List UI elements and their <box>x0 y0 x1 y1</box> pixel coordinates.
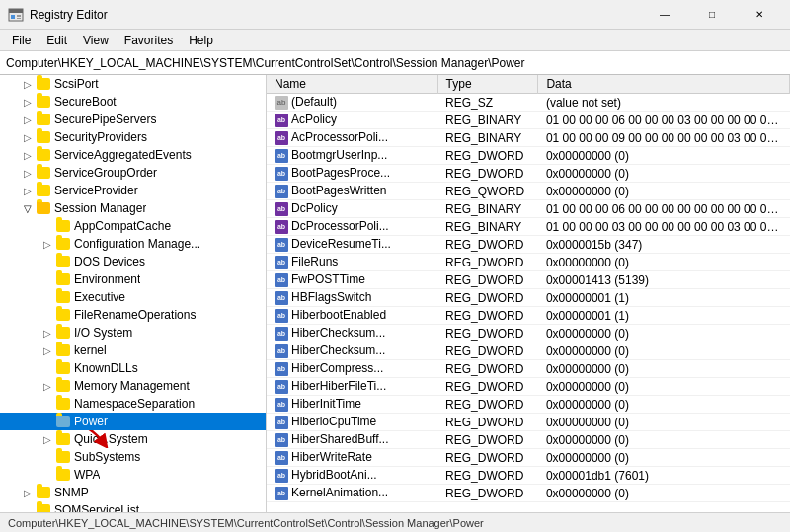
tree-item-executive[interactable]: Executive <box>0 288 266 306</box>
table-row[interactable]: abDcPolicyREG_BINARY01 00 00 00 06 00 00… <box>267 200 790 218</box>
menu-file[interactable]: File <box>4 32 39 49</box>
menu-view[interactable]: View <box>75 32 117 49</box>
minimize-button[interactable]: — <box>642 0 687 30</box>
tree-item-power[interactable]: Power <box>0 413 266 430</box>
reg-type-cell: REG_DWORD <box>437 360 538 378</box>
reg-name-cell: abDeviceResumeTi... <box>267 236 437 254</box>
table-row[interactable]: abAcProcessorPoli...REG_BINARY01 00 00 0… <box>267 129 790 147</box>
tree-label-kernel: kernel <box>74 343 107 357</box>
tree-item-servicegrouporder[interactable]: ▷ ServiceGroupOrder <box>0 164 266 182</box>
folder-icon-cm <box>55 238 71 250</box>
folder-icon-exec <box>55 291 71 303</box>
tree-item-snmp[interactable]: ▷ SNMP <box>0 484 266 501</box>
tree-item-scsiport[interactable]: ▷ ScsiPort <box>0 75 266 93</box>
registry-icon <box>8 7 24 23</box>
tree-item-secureboot[interactable]: ▷ SecureBoot <box>0 93 266 111</box>
table-row[interactable]: abDeviceResumeTi...REG_DWORD0x0000015b (… <box>267 236 790 254</box>
tree-item-kernel[interactable]: ▷ kernel <box>0 342 266 359</box>
reg-name-cell: abHiberWriteRate <box>267 449 437 467</box>
expand-icon-sae: ▷ <box>20 150 36 161</box>
folder-icon-scsiport <box>36 78 51 90</box>
reg-data-cell: 0x00000000 (0) <box>538 254 790 271</box>
table-row[interactable]: abHiberInitTimeREG_DWORD0x00000000 (0) <box>267 396 790 414</box>
tree-scroll[interactable]: ▷ ScsiPort ▷ SecureBoot ▷ SecurePipeServ… <box>0 75 266 512</box>
table-row[interactable]: abBootmgrUserInp...REG_DWORD0x00000000 (… <box>267 147 790 165</box>
tree-item-serviceprovider[interactable]: ▷ ServiceProvider <box>0 182 266 199</box>
tree-label-power: Power <box>74 415 108 428</box>
tree-item-appcompatcache[interactable]: AppCompatCache <box>0 217 266 235</box>
col-header-data[interactable]: Data <box>538 75 790 94</box>
tree-item-iosystem[interactable]: ▷ I/O System <box>0 324 266 342</box>
reg-type-cell: REG_DWORD <box>437 307 538 325</box>
status-bar: Computer\HKEY_LOCAL_MACHINE\SYSTEM\Curre… <box>0 512 790 532</box>
table-row[interactable]: abHiberWriteRateREG_DWORD0x00000000 (0) <box>267 449 790 467</box>
table-row[interactable]: abKernelAnimation...REG_DWORD0x00000000 … <box>267 485 790 502</box>
table-row[interactable]: abBootPagesProce...REG_DWORD0x00000000 (… <box>267 165 790 183</box>
tree-item-namespaceseparation[interactable]: NamespaceSeparation <box>0 395 266 413</box>
table-row[interactable]: abHBFlagsSwitchREG_DWORD0x00000001 (1) <box>267 289 790 307</box>
table-row[interactable]: ab(Default)REG_SZ(value not set) <box>267 94 790 112</box>
tree-item-sqmservicelist[interactable]: SQMServiceList <box>0 501 266 512</box>
expand-icon-sp: ▷ <box>20 186 36 196</box>
maximize-button[interactable]: □ <box>689 0 735 30</box>
folder-icon-sp <box>36 185 51 196</box>
reg-type-cell: REG_DWORD <box>437 325 538 342</box>
reg-data-cell: 0x00000000 (0) <box>538 360 790 378</box>
tree-item-fro[interactable]: FileRenameOperations <box>0 306 266 324</box>
reg-type-cell: REG_QWORD <box>437 183 538 200</box>
tree-label-sm: Session Manager <box>54 201 146 215</box>
tree-item-quicksystem[interactable]: ▷ Quic...System <box>0 430 266 448</box>
menu-favorites[interactable]: Favorites <box>117 32 181 49</box>
table-row[interactable]: abFileRunsREG_DWORD0x00000000 (0) <box>267 254 790 271</box>
reg-name-cell: abAcPolicy <box>267 112 437 129</box>
table-row[interactable]: abHiberChecksum...REG_DWORD0x00000000 (0… <box>267 342 790 360</box>
menu-edit[interactable]: Edit <box>39 32 75 49</box>
menu-help[interactable]: Help <box>181 32 221 49</box>
reg-type-cell: REG_DWORD <box>437 449 538 467</box>
tree-item-environment[interactable]: Environment <box>0 270 266 288</box>
table-row[interactable]: abBootPagesWrittenREG_QWORD0x00000000 (0… <box>267 183 790 200</box>
table-row[interactable]: abHiberSharedBuff...REG_DWORD0x00000000 … <box>267 431 790 449</box>
table-row[interactable]: abHiberChecksum...REG_DWORD0x00000000 (0… <box>267 325 790 342</box>
tree-label-sgo: ServiceGroupOrder <box>54 166 157 180</box>
tree-label-scsiport: ScsiPort <box>54 77 99 91</box>
tree-label-exec: Executive <box>74 290 125 304</box>
table-row[interactable]: abHiberbootEnabledREG_DWORD0x00000001 (1… <box>267 307 790 325</box>
table-row[interactable]: abAcPolicyREG_BINARY01 00 00 00 06 00 00… <box>267 112 790 129</box>
col-header-type[interactable]: Type <box>437 75 538 94</box>
tree-item-securityproviders[interactable]: ▷ SecurityProviders <box>0 128 266 146</box>
folder-icon-env <box>55 273 71 285</box>
window-title: Registry Editor <box>30 8 108 22</box>
tree-item-configmanager[interactable]: ▷ Configuration Manage... <box>0 235 266 253</box>
folder-icon-secureboot <box>36 96 51 108</box>
reg-type-cell: REG_SZ <box>437 94 538 112</box>
expand-icon-ios: ▷ <box>40 328 55 339</box>
folder-icon-mm <box>55 380 71 392</box>
reg-data-cell: 0x00000000 (0) <box>538 485 790 502</box>
close-button[interactable]: ✕ <box>737 0 782 30</box>
tree-item-wpa[interactable]: WPA <box>0 466 266 484</box>
expand-icon-sgo: ▷ <box>20 168 36 179</box>
table-row[interactable]: abHiberHiberFileTi...REG_DWORD0x00000000… <box>267 378 790 396</box>
table-row[interactable]: abHybridBootAni...REG_DWORD0x00001db1 (7… <box>267 467 790 485</box>
expand-icon-qs: ▷ <box>40 434 55 445</box>
table-row[interactable]: abHiberCompress...REG_DWORD0x00000000 (0… <box>267 360 790 378</box>
right-scroll[interactable]: Name Type Data ab(Default)REG_SZ(value n… <box>267 75 790 512</box>
tree-item-serviceaggregatedevents[interactable]: ▷ ServiceAggregatedEvents <box>0 146 266 164</box>
tree-item-memorymanagement[interactable]: ▷ Memory Management <box>0 377 266 395</box>
tree-label-wpa: WPA <box>74 468 100 482</box>
table-row[interactable]: abFwPOSTTimeREG_DWORD0x00001413 (5139) <box>267 271 790 289</box>
reg-data-cell: 01 00 00 00 09 00 00 00 00 00 00 03 00 0… <box>538 129 790 147</box>
table-row[interactable]: abDcProcessorPoli...REG_BINARY01 00 00 0… <box>267 218 790 236</box>
table-row[interactable]: abHiberloCpuTimeREG_DWORD0x00000000 (0) <box>267 414 790 431</box>
reg-data-cell: 01 00 00 00 03 00 00 00 00 00 00 03 00 0… <box>538 218 790 236</box>
tree-item-dosdevices[interactable]: DOS Devices <box>0 253 266 270</box>
folder-icon-securepipeservers <box>36 114 51 125</box>
expand-icon-scsiport: ▷ <box>20 79 36 90</box>
tree-item-knowndlls[interactable]: KnownDLLs <box>0 359 266 377</box>
reg-data-cell: 01 00 00 00 06 00 00 00 00 00 00 00 00 0… <box>538 200 790 218</box>
col-header-name[interactable]: Name <box>267 75 437 94</box>
tree-item-sessionmanager[interactable]: ▽ Session Manager <box>0 199 266 217</box>
tree-item-securepipeservers[interactable]: ▷ SecurePipeServers <box>0 111 266 128</box>
tree-item-subsystems[interactable]: SubSystems <box>0 448 266 466</box>
